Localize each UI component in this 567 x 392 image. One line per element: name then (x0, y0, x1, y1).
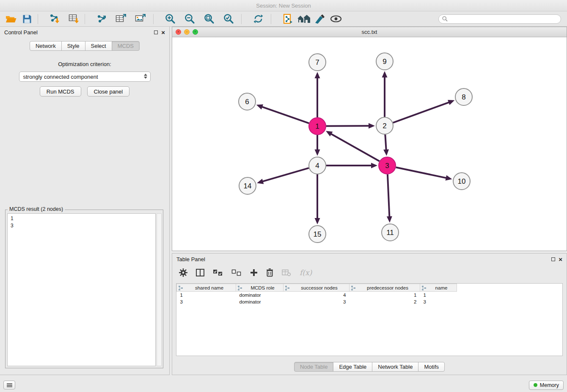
graph-edge-4-14[interactable] (262, 168, 309, 182)
mcds-result-box: MCDS result (2 nodes) 13 (5, 210, 163, 368)
import-network-icon[interactable] (48, 13, 61, 25)
table-cell[interactable]: 1 (420, 292, 457, 298)
deselect-all-icon[interactable] (231, 269, 242, 276)
graph-edge-3-1[interactable] (330, 134, 379, 161)
close-table-panel-icon[interactable]: × (559, 256, 562, 262)
graph-node-label-8: 8 (462, 93, 465, 101)
optimization-dropdown[interactable]: strongly connected component (19, 72, 151, 82)
graph-edge-2-3[interactable] (385, 135, 386, 150)
export-network-icon[interactable] (95, 13, 108, 25)
column-header-name[interactable]: name (420, 284, 457, 292)
tab-edge-table[interactable]: Edge Table (333, 362, 372, 372)
status-bar: Memory (0, 378, 567, 392)
graph-node-label-11: 11 (386, 229, 394, 237)
open-folder-icon[interactable] (4, 13, 18, 25)
table-cell[interactable]: 3 (284, 298, 350, 305)
style-brush-icon[interactable] (313, 13, 327, 25)
zoom-out-icon[interactable] (183, 13, 196, 25)
graph-edge-1-2[interactable] (326, 126, 369, 126)
table-row[interactable]: 3dominator323 (177, 298, 457, 305)
tab-network-table[interactable]: Network Table (372, 362, 418, 372)
tab-select[interactable]: Select (85, 41, 112, 51)
mcds-result-value: 1 (11, 215, 152, 222)
column-header-shared-name[interactable]: shared name (177, 284, 236, 292)
node-table: shared nameMCDS rolesuccessor nodesprede… (176, 283, 563, 356)
tab-motifs[interactable]: Motifs (418, 362, 445, 372)
zoom-in-icon[interactable] (163, 13, 177, 25)
column-header-MCDS-role[interactable]: MCDS role (236, 284, 284, 292)
mcds-result-list[interactable]: 13 (7, 213, 156, 366)
graph-edge-arrowhead (315, 218, 320, 224)
import-table-icon[interactable] (67, 13, 81, 25)
mcds-result-scrollbar[interactable] (157, 213, 162, 366)
window-titlebar[interactable]: Session: New Session (0, 0, 567, 11)
memory-button[interactable]: Memory (529, 381, 564, 390)
graph-node-label-10: 10 (458, 177, 466, 185)
table-cell[interactable]: 1 (350, 292, 420, 298)
menu-button[interactable] (3, 381, 15, 389)
float-table-panel-icon[interactable] (551, 257, 555, 261)
window-zoom-icon[interactable]: + (193, 29, 198, 35)
table-cell[interactable]: 2 (350, 298, 420, 305)
run-mcds-button[interactable]: Run MCDS (40, 86, 81, 97)
network-canvas[interactable]: 7968124314101511 (172, 37, 567, 251)
window-close-icon[interactable]: × (176, 29, 181, 35)
graph-edge-arrowhead (257, 179, 264, 184)
mcds-result-label: MCDS result (2 nodes) (8, 206, 65, 212)
network-window-titlebar[interactable]: × − + scc.txt (172, 27, 567, 37)
clipboard-network-icon[interactable] (281, 13, 295, 25)
window-minimize-icon[interactable]: − (184, 29, 190, 35)
table-cell[interactable]: 3 (420, 298, 457, 305)
zoom-fit-icon[interactable] (202, 13, 216, 25)
column-header-predecessor-nodes[interactable]: predecessor nodes (350, 284, 420, 292)
graph-edge-3-11[interactable] (388, 174, 389, 217)
graph-edge-1-6[interactable] (261, 107, 309, 123)
table-panel-tabs: Node TableEdge TableNetwork TableMotifs (172, 362, 567, 372)
graph-node-label-1: 1 (315, 122, 319, 130)
column-type-icon (351, 286, 356, 291)
graph-node-label-4: 4 (315, 162, 319, 170)
add-column-icon[interactable] (250, 269, 258, 276)
zoom-selected-icon[interactable] (222, 13, 235, 25)
tab-node-table[interactable]: Node Table (294, 362, 334, 372)
close-panel-button[interactable]: Close panel (87, 86, 130, 97)
control-panel-tabs: NetworkStyleSelectMCDS (0, 41, 169, 51)
show-columns-icon[interactable] (196, 269, 204, 276)
graph-edge-arrowhead (387, 216, 392, 223)
table-cell[interactable]: 1 (177, 292, 236, 298)
select-all-icon[interactable] (213, 269, 223, 276)
search-box (438, 14, 561, 24)
export-table-icon[interactable] (114, 13, 128, 25)
close-panel-icon[interactable]: × (161, 29, 165, 36)
refresh-layout-icon[interactable] (251, 13, 265, 25)
column-type-icon (422, 286, 427, 291)
table-settings-gear-icon[interactable] (179, 268, 187, 277)
table-cell[interactable]: dominator (236, 298, 284, 305)
toolbar-separator (153, 14, 154, 24)
table-cell[interactable]: 3 (177, 298, 236, 305)
graph-edge-3-10[interactable] (396, 167, 447, 178)
graph-edge-arrowhead (371, 163, 377, 168)
window-title: Session: New Session (256, 3, 311, 9)
column-type-icon (285, 286, 290, 291)
table-cell[interactable]: dominator (236, 292, 284, 298)
tab-network[interactable]: Network (30, 41, 62, 51)
home-layouts-icon[interactable] (297, 13, 311, 25)
export-image-icon[interactable] (134, 13, 147, 25)
optimization-dropdown-value: strongly connected component (23, 74, 98, 80)
table-cell[interactable]: 4 (284, 292, 350, 298)
tab-mcds[interactable]: MCDS (112, 41, 140, 51)
graph-edge-2-8[interactable] (393, 102, 449, 123)
network-graph[interactable]: 7968124314101511 (172, 37, 567, 251)
graph-node-label-14: 14 (244, 182, 252, 190)
float-panel-icon[interactable] (154, 30, 158, 34)
column-header-successor-nodes[interactable]: successor nodes (284, 284, 350, 292)
search-input[interactable] (450, 16, 557, 22)
graph-edge-arrowhead (448, 100, 454, 105)
eye-icon[interactable] (329, 13, 343, 25)
tab-style[interactable]: Style (61, 41, 85, 51)
delete-column-trash-icon[interactable] (266, 268, 273, 277)
save-session-icon[interactable] (20, 13, 34, 25)
table-row[interactable]: 1dominator411 (177, 292, 457, 298)
control-panel-title: Control Panel (4, 29, 38, 36)
